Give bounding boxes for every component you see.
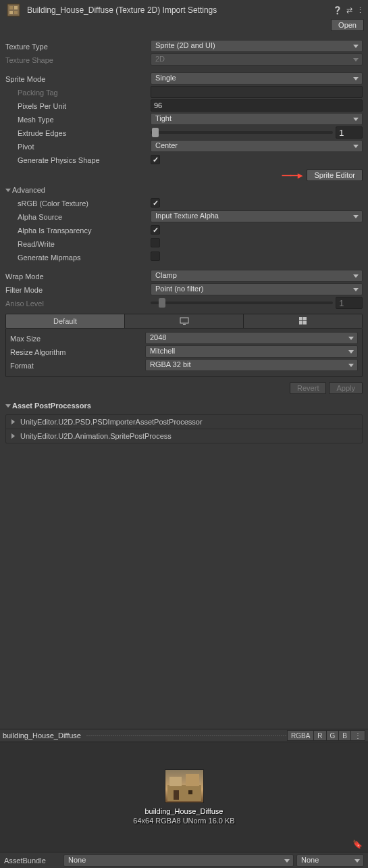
packing-tag-label: Packing Tag <box>5 88 151 97</box>
svg-rect-8 <box>303 317 307 320</box>
preview-name: building_House_Diffuse <box>145 807 224 815</box>
svg-rect-3 <box>9 11 13 14</box>
assetbundle-variant-dropdown[interactable]: None <box>296 854 364 867</box>
chevron-right-icon <box>11 433 15 439</box>
svg-rect-10 <box>303 321 307 324</box>
mesh-type-dropdown[interactable]: Tight <box>151 113 363 125</box>
channel-g-button[interactable]: G <box>326 730 340 741</box>
maxsize-dropdown[interactable]: 2048 <box>145 332 358 344</box>
aniso-value <box>336 297 363 309</box>
label-icon[interactable]: 🔖 <box>352 840 363 849</box>
channel-b-button[interactable]: B <box>338 730 351 741</box>
maxsize-label: Max Size <box>10 334 145 343</box>
svg-rect-13 <box>186 774 199 786</box>
texture-asset-icon <box>4 1 23 20</box>
aniso-slider <box>151 302 333 304</box>
aniso-label: Aniso Level <box>5 299 151 308</box>
extrude-label: Extrude Edges <box>5 128 151 137</box>
gen-physics-checkbox[interactable] <box>151 155 160 164</box>
svg-rect-12 <box>169 777 182 786</box>
resize-dropdown[interactable]: Mitchell <box>145 345 358 358</box>
ppu-input[interactable] <box>151 99 363 112</box>
platform-tab-default[interactable]: Default <box>6 314 125 328</box>
svg-rect-5 <box>180 318 188 323</box>
presets-icon[interactable]: ⇄ <box>346 6 352 15</box>
mesh-type-label: Mesh Type <box>5 115 151 124</box>
gen-physics-label: Generate Physics Shape <box>5 155 151 164</box>
svg-rect-4 <box>14 11 18 14</box>
svg-rect-9 <box>299 321 303 324</box>
preview-menu-button[interactable]: ⋮ <box>350 730 365 741</box>
extrude-value[interactable] <box>336 126 363 139</box>
revert-button[interactable]: Revert <box>290 382 326 394</box>
postprocessor-item[interactable]: UnityEditor.U2D.Animation.SpritePostProc… <box>6 429 362 443</box>
mipmaps-label: Generate Mipmaps <box>5 253 151 262</box>
alpha-source-label: Alpha Source <box>5 212 151 221</box>
preview-title: building_House_Diffuse <box>3 731 81 740</box>
svg-rect-7 <box>299 317 303 320</box>
help-icon[interactable]: ❔ <box>333 6 342 15</box>
assetbundle-label: AssetBundle <box>4 857 63 865</box>
platform-tab-windows[interactable] <box>244 314 362 328</box>
format-dropdown[interactable]: RGBA 32 bit <box>145 359 358 371</box>
pivot-label: Pivot <box>5 142 151 151</box>
arrow-annotation: ——▸ <box>282 170 301 180</box>
alpha-trans-label: Alpha Is Transparency <box>5 226 151 235</box>
pivot-dropdown[interactable]: Center <box>151 140 363 152</box>
preview-thumbnail <box>165 769 204 803</box>
svg-rect-2 <box>14 6 18 9</box>
resize-label: Resize Algorithm <box>10 347 145 356</box>
channel-r-button[interactable]: R <box>313 730 326 741</box>
texture-shape-dropdown: 2D <box>151 53 363 66</box>
open-button[interactable]: Open <box>331 19 364 31</box>
srgb-checkbox[interactable] <box>151 198 160 208</box>
wrap-mode-dropdown[interactable]: Clamp <box>151 270 363 282</box>
svg-rect-11 <box>167 785 201 801</box>
svg-rect-15 <box>188 790 192 794</box>
postprocessors-foldout[interactable]: Asset PostProcessors <box>5 400 363 412</box>
apply-button[interactable]: Apply <box>329 382 363 394</box>
packing-tag-input[interactable] <box>151 86 363 98</box>
readwrite-checkbox[interactable] <box>151 238 160 247</box>
chevron-down-icon <box>5 404 11 408</box>
filter-mode-label: Filter Mode <box>5 285 151 294</box>
platform-tabs: Default <box>5 314 363 329</box>
postprocessor-item[interactable]: UnityEditor.U2D.PSD.PSDImporterAssetPost… <box>6 415 362 429</box>
advanced-foldout[interactable]: Advanced <box>5 184 363 196</box>
alpha-trans-checkbox[interactable] <box>151 225 160 235</box>
format-label: Format <box>10 361 145 370</box>
readwrite-label: Read/Write <box>5 239 151 248</box>
filter-mode-dropdown[interactable]: Point (no filter) <box>151 283 363 295</box>
chevron-down-icon <box>5 189 11 192</box>
wrap-mode-label: Wrap Mode <box>5 272 151 281</box>
sprite-mode-label: Sprite Mode <box>5 74 151 83</box>
slider-thumb <box>159 298 165 308</box>
texture-type-dropdown[interactable]: Sprite (2D and UI) <box>151 40 363 52</box>
sprite-mode-dropdown[interactable]: Single <box>151 72 363 85</box>
mipmaps-checkbox[interactable] <box>151 251 160 261</box>
svg-rect-0 <box>7 4 20 16</box>
texture-shape-label: Texture Shape <box>5 55 151 64</box>
chevron-right-icon <box>11 419 15 425</box>
alpha-source-dropdown[interactable]: Input Texture Alpha <box>151 210 363 222</box>
texture-type-label: Texture Type <box>5 42 151 51</box>
assetbundle-name-dropdown[interactable]: None <box>63 854 294 867</box>
extrude-slider[interactable] <box>151 131 333 134</box>
menu-icon[interactable]: ⋮ <box>357 6 364 15</box>
svg-rect-1 <box>9 6 13 9</box>
srgb-label: sRGB (Color Texture) <box>5 199 151 208</box>
slider-thumb[interactable] <box>152 128 159 137</box>
ppu-label: Pixels Per Unit <box>5 101 151 110</box>
sprite-editor-button[interactable]: Sprite Editor <box>307 169 363 181</box>
platform-tab-standalone[interactable] <box>125 314 244 328</box>
preview-info: 64x64 RGBA8 UNorm 16.0 KB <box>133 817 234 825</box>
window-title: Building_House_Diffuse (Texture 2D) Impo… <box>27 5 333 15</box>
preview-divider <box>86 736 287 736</box>
svg-rect-14 <box>174 790 179 800</box>
channel-rgba-button[interactable]: RGBA <box>287 730 314 741</box>
svg-rect-6 <box>183 324 186 325</box>
